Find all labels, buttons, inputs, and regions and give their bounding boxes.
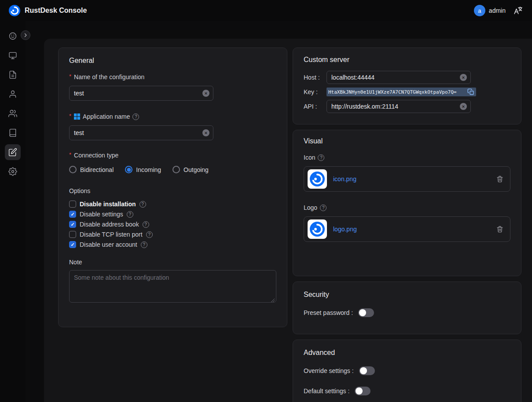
avatar[interactable]: a	[474, 5, 485, 16]
checkbox-control[interactable]	[69, 211, 76, 218]
delete-icon-file-icon[interactable]	[496, 175, 504, 183]
document-icon	[8, 70, 17, 79]
override-settings-toggle[interactable]	[359, 366, 375, 375]
application-input[interactable]	[74, 129, 200, 136]
sidebar	[0, 21, 26, 402]
edit-icon	[8, 148, 17, 157]
radio-bidirectional[interactable]: Bidirectional	[69, 166, 114, 173]
sidebar-item-audit-log[interactable]	[5, 125, 21, 141]
app-title: RustDesk Console	[25, 7, 87, 15]
radio-control[interactable]	[69, 166, 77, 173]
api-input-wrap: ×	[327, 100, 471, 113]
options-label: Options	[69, 187, 276, 194]
logo-label: Logo ?	[304, 204, 510, 211]
delete-logo-file-icon[interactable]	[496, 225, 504, 233]
radio-control[interactable]	[172, 166, 180, 173]
name-field-label: * Name of the configuration	[69, 73, 276, 80]
checkbox-disable-address-book[interactable]: Disable address book ?	[69, 221, 276, 228]
logo-file-link[interactable]: logo.png	[333, 226, 490, 233]
radio-control[interactable]	[125, 166, 132, 173]
options-list: Disable installation ? Disable settings …	[69, 201, 276, 248]
brand: RustDesk Console	[9, 5, 87, 16]
help-icon[interactable]: ?	[132, 113, 139, 120]
sidebar-item-devices[interactable]	[5, 48, 21, 63]
logo-file-box: logo.png	[304, 216, 510, 242]
help-icon[interactable]: ?	[141, 241, 147, 248]
sidebar-item-user[interactable]	[5, 86, 21, 102]
sidebar-item-dashboard[interactable]	[5, 28, 21, 44]
help-icon[interactable]: ?	[143, 221, 149, 228]
checkbox-control[interactable]	[69, 231, 76, 238]
windows-icon	[74, 113, 80, 120]
users-icon	[8, 109, 17, 118]
connection-type-label: * Connection type	[69, 152, 276, 159]
api-label: API :	[304, 103, 327, 110]
checkbox-disable-user-account[interactable]: Disable user account ?	[69, 241, 276, 248]
application-field-label: * Application name ?	[69, 113, 276, 120]
main-panel: General * Name of the configuration × *	[44, 39, 532, 402]
gear-icon	[8, 167, 17, 176]
security-title: Security	[304, 291, 510, 299]
radio-incoming[interactable]: Incoming	[125, 166, 161, 173]
default-settings-toggle[interactable]	[355, 387, 371, 395]
clear-api-icon[interactable]: ×	[460, 103, 467, 110]
general-title: General	[69, 57, 276, 65]
advanced-title: Advanced	[304, 349, 510, 357]
copy-icon[interactable]	[467, 88, 474, 95]
icon-label: Icon ?	[304, 154, 510, 161]
required-asterisk: *	[69, 151, 71, 158]
user-name[interactable]: admin	[489, 7, 506, 14]
application-input-wrap: ×	[69, 125, 213, 140]
custom-server-card: Custom server Host : × Key : HtaXBkJNHyn…	[293, 48, 521, 124]
help-icon[interactable]: ?	[146, 231, 153, 238]
sidebar-item-console-config[interactable]	[5, 144, 21, 160]
rustdesk-logo-icon	[9, 5, 20, 16]
general-card: General * Name of the configuration × *	[58, 48, 287, 327]
topbar: RustDesk Console a admin	[0, 0, 532, 21]
name-input[interactable]	[74, 90, 200, 97]
advanced-card: Advanced Override settings : Default set…	[293, 340, 521, 402]
required-asterisk: *	[69, 113, 71, 119]
api-input[interactable]	[331, 103, 457, 110]
sidebar-item-groups[interactable]	[5, 106, 21, 121]
visual-title: Visual	[304, 137, 510, 145]
checkbox-control[interactable]	[69, 241, 76, 248]
logbook-icon	[8, 128, 17, 137]
radio-outgoing[interactable]: Outgoing	[172, 166, 209, 173]
help-icon[interactable]: ?	[318, 154, 324, 161]
clear-name-icon[interactable]: ×	[202, 90, 209, 97]
name-input-wrap: ×	[69, 86, 213, 101]
preset-password-label: Preset password :	[304, 309, 353, 316]
help-icon[interactable]: ?	[320, 205, 327, 211]
clear-host-icon[interactable]: ×	[460, 74, 467, 81]
icon-preview	[308, 169, 327, 189]
checkbox-control[interactable]	[69, 201, 76, 208]
chevron-right-icon	[23, 33, 28, 38]
security-card: Security Preset password :	[293, 281, 521, 334]
key-value-box: HtaXBkJNHyn0e1U1jWXze7A7CN7QTGWqxkOtpaVp…	[327, 88, 476, 96]
connection-type-group: Bidirectional Incoming Outgoing	[69, 166, 276, 173]
checkbox-disable-installation[interactable]: Disable installation ?	[69, 201, 276, 208]
host-input[interactable]	[331, 74, 457, 81]
sidebar-expand-button[interactable]	[21, 30, 30, 40]
key-label: Key :	[304, 88, 327, 95]
host-label: Host :	[304, 74, 327, 81]
help-icon[interactable]: ?	[139, 201, 146, 208]
user-menu[interactable]: a admin	[474, 5, 506, 16]
preset-password-toggle[interactable]	[358, 308, 374, 317]
checkbox-disable-tcp-listen-port[interactable]: Disable TCP listen port ?	[69, 231, 276, 238]
sidebar-item-settings[interactable]	[5, 164, 21, 179]
clear-application-icon[interactable]: ×	[202, 129, 209, 136]
checkbox-control[interactable]	[69, 221, 76, 228]
visual-card: Visual Icon ? icon.png	[293, 130, 521, 276]
icon-file-link[interactable]: icon.png	[333, 175, 490, 183]
user-icon	[8, 90, 17, 99]
translate-icon[interactable]	[513, 5, 523, 16]
custom-server-title: Custom server	[304, 56, 510, 64]
help-icon[interactable]: ?	[127, 211, 133, 218]
icon-file-box: icon.png	[304, 166, 510, 192]
checkbox-disable-settings[interactable]: Disable settings ?	[69, 211, 276, 218]
key-value: HtaXBkJNHyn0e1U1jWXze7A7CN7QTGWqxkOtpaVp…	[328, 89, 466, 95]
note-textarea[interactable]	[69, 270, 276, 303]
sidebar-item-documents[interactable]	[5, 67, 21, 83]
